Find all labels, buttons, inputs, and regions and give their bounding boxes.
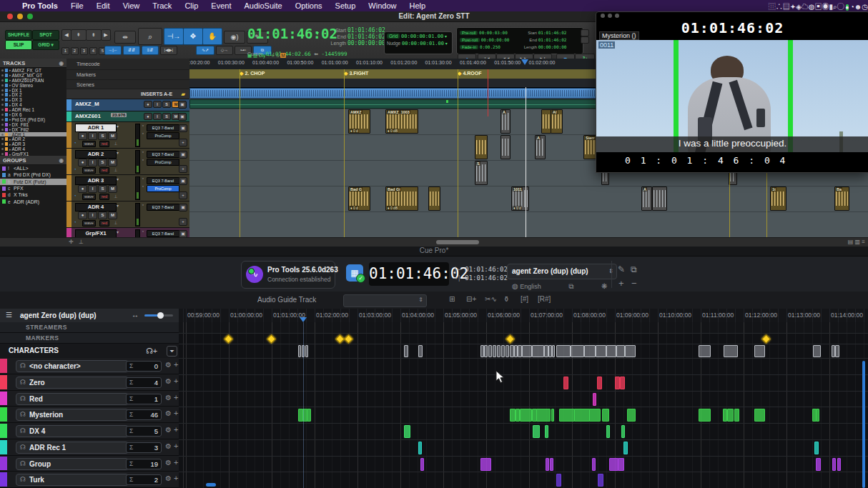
grid-character-row-group[interactable] [179, 456, 868, 473]
track-record-button[interactable]: ● [144, 113, 152, 120]
menu-item-help[interactable]: Help [403, 1, 432, 10]
track-record-button[interactable]: ● [144, 101, 152, 108]
vscroll-thumb[interactable] [862, 361, 865, 488]
postroll-label[interactable]: Post-roll [460, 38, 480, 42]
sidebar-group-c[interactable]: cPFX [0, 185, 66, 191]
track-io-button[interactable]: ▣ [179, 177, 187, 185]
cue-clip[interactable] [480, 458, 491, 471]
cue-clip[interactable] [559, 409, 575, 422]
character-row-zero[interactable]: ☊ZeroΣ4⚙+ [0, 374, 179, 391]
nudge-value[interactable]: 00:00:00:01.00 [402, 41, 444, 46]
track-timebase-selector[interactable]: red [99, 194, 109, 200]
track-visibility-dot[interactable] [1, 74, 4, 76]
track-name-label[interactable]: AMXZ601 [75, 113, 101, 119]
insert-bypass-icon[interactable]: * [142, 185, 144, 189]
character-add-icon[interactable]: + [174, 393, 178, 402]
marker-3-fight[interactable]: ◆3.FIGHT [344, 71, 368, 76]
character-count-box[interactable]: Σ1 [126, 394, 162, 404]
character-settings-icon[interactable]: ⚙ [165, 426, 172, 434]
edit-mode-shuffle[interactable]: SHUFFLE [5, 30, 32, 40]
track-mute-button[interactable]: M [108, 211, 117, 219]
tab-to-transient-button[interactable]: →|← [104, 46, 122, 55]
grid-character-row-mysterion[interactable] [179, 407, 868, 424]
sync-calendar-icon[interactable]: ▦✓ [346, 264, 363, 282]
sidebar-track-dx-4[interactable]: ▸DX 4 [0, 102, 66, 107]
session-dropdown[interactable]: agent Zero (dup) (dup) ⇕ [507, 264, 617, 279]
sidebar-track-dx-2[interactable]: ▸DX 2 [0, 92, 66, 97]
audio-clip-amxz-1003[interactable]: AMXZ_1003♦ 0 dB [385, 109, 418, 134]
streamers-row[interactable]: STREAMERS + [0, 322, 204, 333]
audio-clip[interactable] [428, 186, 440, 211]
cue-marker-diamond[interactable] [505, 334, 515, 344]
sidebar-group-a[interactable]: aPrd DX (Prd DX) [0, 171, 66, 178]
sidebar-track-prd-dx-prd-dx-[interactable]: ▸Prd DX (Prd DX) [0, 117, 66, 122]
character-row--no-character-[interactable]: ☊<no character>Σ0⚙+ [0, 358, 179, 374]
language-label[interactable]: English [520, 283, 541, 290]
insert-slot-eq3-7-band[interactable]: EQ3 7-Band [147, 204, 179, 211]
character-add-icon[interactable]: + [174, 377, 178, 385]
marker-4-roof[interactable]: ◆4.ROOF [458, 71, 481, 76]
audio-clip-amxz[interactable]: AMXZ♦ 0 d [348, 109, 370, 134]
track-automation-icon[interactable]: ◔ [74, 141, 77, 145]
track-name-label[interactable]: ADR 1 [75, 124, 117, 132]
smart-tool-link-button[interactable]: ∿➚ [196, 46, 214, 55]
overview-clip[interactable] [488, 345, 492, 357]
zoom-toggle-tool[interactable]: ⇹ [114, 31, 136, 44]
track-name-dropdown-icon[interactable]: ▾ [117, 176, 119, 181]
character-count-box[interactable]: Σ46 [126, 409, 162, 420]
user-icon[interactable]: ☻ [854, 3, 862, 11]
cue-clip[interactable] [816, 409, 819, 422]
add-character-icon[interactable]: ☊+ [146, 344, 157, 358]
insert-slot-eq3-7-band[interactable]: EQ3 7-Band [147, 151, 179, 158]
cue-clip[interactable] [623, 442, 628, 454]
track-name-label[interactable]: ADR 2 [75, 150, 117, 159]
cue-clip[interactable] [621, 425, 625, 438]
track-automation-icon[interactable]: ◔ [74, 194, 77, 198]
track-visibility-dot[interactable] [1, 89, 4, 91]
track-freeze-icon[interactable]: ⊥ [114, 141, 117, 146]
cue-clip[interactable] [536, 409, 551, 422]
audio-clip[interactable] [475, 135, 488, 159]
track-input-button[interactable]: I [88, 132, 97, 140]
language-globe-icon[interactable]: ◍ [512, 282, 518, 290]
audio-clip[interactable] [541, 109, 551, 134]
selector-tool[interactable]: ✥ [183, 28, 203, 45]
track-automation-icon[interactable]: ◔ [74, 220, 77, 224]
grabber-tool[interactable]: ✋ [202, 28, 222, 45]
overview-clip[interactable] [754, 345, 765, 357]
zoom-preset-1[interactable]: 1 [61, 47, 69, 55]
track-io-button[interactable]: ▣ [179, 204, 187, 211]
character-count-box[interactable]: Σ19 [126, 459, 162, 469]
character-row-dx-4[interactable]: ☊DX 4Σ5⚙+ [0, 423, 179, 439]
audio-clip-bad-gi[interactable]: Bad Gi♦ 0 dB [385, 186, 418, 211]
cue-clip[interactable] [551, 409, 554, 422]
snap-icon[interactable]: ✳ [271, 53, 275, 58]
sidebar-group-b[interactable]: bFutz DX (Futz) [0, 179, 66, 185]
box-a-icon[interactable]: ▣ [815, 3, 822, 11]
overview-clip[interactable] [616, 345, 625, 357]
overview-clip[interactable] [835, 345, 839, 357]
cue-clip[interactable] [563, 377, 568, 389]
overview-clip[interactable] [813, 345, 821, 357]
character-settings-icon[interactable]: ⚙ [165, 474, 172, 482]
insert-slot-procomp[interactable]: ProComp [147, 185, 179, 192]
menu-item-pro-tools[interactable]: Pro Tools [16, 1, 64, 10]
track-visibility-dot[interactable] [1, 84, 4, 86]
cue-clip[interactable] [533, 425, 540, 438]
character-count-box[interactable]: Σ4 [126, 377, 162, 388]
grid-label[interactable]: Grid [387, 34, 400, 39]
character-name-field[interactable]: ☊Mysterion [16, 409, 129, 421]
track-visibility-dot[interactable] [1, 129, 4, 131]
track-header-adr-4[interactable]: ADR 4▾●ISMwavered◔⊥EQ3 7-Band*▣+ [66, 201, 189, 228]
edit-mode-grid[interactable]: GRID ▾ [32, 40, 59, 50]
scroll-options-icon[interactable]: ▤ ▥ ≡ [848, 239, 865, 245]
audio-clip-bad-g[interactable]: Bad G♦ 0 d [348, 186, 370, 211]
grid-character-row-adr-rec-1[interactable] [179, 439, 868, 457]
overview-clip[interactable] [298, 345, 301, 357]
cue-clip[interactable] [727, 409, 734, 422]
character-add-icon[interactable]: + [174, 458, 178, 467]
play-circle-icon[interactable]: ◉ [822, 3, 829, 11]
postroll-value[interactable]: 00:00:00:00 [481, 37, 510, 42]
cue-clip[interactable] [699, 409, 711, 422]
track-header-adr-3[interactable]: ADR 3▾●ISMwavered◔⊥EQ3 7-Band*ProComp*▣+ [66, 175, 189, 201]
